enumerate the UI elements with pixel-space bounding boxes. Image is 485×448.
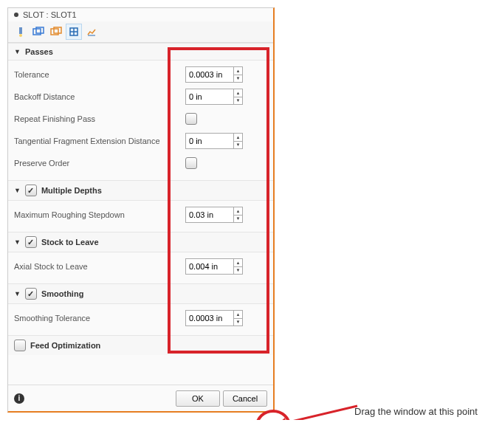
section-head-passes[interactable]: ▼ Passes	[8, 43, 273, 61]
toolbar-btn-1[interactable]	[13, 24, 29, 40]
spin-up-icon[interactable]: ▲	[234, 89, 242, 97]
axial-stock-input[interactable]: ▲▼	[185, 258, 243, 275]
annotation-arrow-icon	[269, 403, 365, 420]
title-text: SLOT : SLOT1	[23, 10, 77, 19]
section-title: Stock to Leave	[41, 238, 99, 247]
spin-down-icon[interactable]: ▼	[234, 75, 242, 83]
tolerance-input[interactable]: ▲▼	[185, 66, 243, 83]
svg-point-1	[19, 34, 22, 37]
smoothing-tolerance-input[interactable]: ▲▼	[185, 310, 243, 326]
svg-rect-0	[19, 27, 22, 34]
spin-up-icon[interactable]: ▲	[234, 259, 242, 267]
spin-up-icon[interactable]: ▲	[234, 311, 242, 319]
ok-button[interactable]: OK	[176, 390, 220, 407]
feed-opt-checkbox[interactable]	[14, 340, 26, 351]
collapse-icon: ▼	[14, 48, 21, 55]
preserve-order-label: Preserve Order	[14, 159, 185, 168]
spin-down-icon[interactable]: ▼	[234, 216, 242, 223]
info-icon[interactable]: i	[14, 393, 24, 404]
axial-stock-field[interactable]	[186, 259, 233, 274]
stock-checkbox[interactable]	[25, 236, 37, 248]
section-title: Feed Optimization	[30, 341, 100, 350]
backoff-input[interactable]: ▲▼	[185, 89, 243, 105]
collapse-icon: ▼	[14, 187, 21, 194]
annotation-text: Drag the window at this point to enlarge…	[354, 406, 480, 420]
spin-down-icon[interactable]: ▼	[234, 142, 242, 149]
tolerance-label: Tolerance	[14, 70, 185, 79]
toolbar-btn-2[interactable]	[30, 24, 47, 40]
section-title: Smoothing	[41, 289, 83, 298]
toolbar-btn-3[interactable]	[48, 24, 64, 40]
backoff-label: Backoff Distance	[14, 92, 185, 101]
tolerance-field[interactable]	[186, 67, 233, 82]
spin-up-icon[interactable]: ▲	[234, 207, 242, 216]
axial-stock-label: Axial Stock to Leave	[14, 262, 185, 271]
title-bar: SLOT : SLOT1	[8, 8, 273, 21]
section-head-feed-opt[interactable]: Feed Optimization	[8, 335, 273, 355]
spin-down-icon[interactable]: ▼	[234, 267, 242, 275]
svg-rect-2	[33, 29, 41, 35]
spin-up-icon[interactable]: ▲	[234, 134, 242, 142]
tangential-field[interactable]	[186, 134, 233, 148]
preserve-order-checkbox[interactable]	[185, 157, 197, 169]
backoff-field[interactable]	[186, 89, 233, 104]
repeat-finishing-label: Repeat Finishing Pass	[14, 114, 185, 123]
tangential-label: Tangential Fragment Extension Distance	[14, 137, 185, 145]
svg-line-10	[276, 406, 357, 420]
max-roughing-input[interactable]: ▲▼	[185, 207, 243, 223]
svg-marker-11	[276, 418, 287, 420]
cancel-button[interactable]: Cancel	[223, 390, 267, 407]
section-head-multiple-depths[interactable]: ▼ Multiple Depths	[8, 180, 273, 201]
smoothing-tolerance-field[interactable]	[186, 311, 233, 325]
toolbar-btn-5[interactable]	[83, 24, 100, 40]
svg-rect-3	[36, 27, 44, 33]
spin-down-icon[interactable]: ▼	[234, 97, 242, 105]
section-head-stock[interactable]: ▼ Stock to Leave	[8, 232, 273, 252]
footer: i OK Cancel	[8, 385, 273, 411]
tangential-input[interactable]: ▲▼	[185, 133, 243, 149]
section-head-smoothing[interactable]: ▼ Smoothing	[8, 283, 273, 304]
toolbar	[8, 21, 273, 43]
smoothing-tolerance-label: Smoothing Tolerance	[14, 314, 185, 323]
toolbar-btn-4-active[interactable]	[66, 24, 82, 40]
title-dot-icon	[14, 13, 18, 17]
spin-down-icon[interactable]: ▼	[234, 319, 242, 326]
repeat-finishing-checkbox[interactable]	[185, 113, 197, 125]
properties-panel: SLOT : SLOT1 ▼ Passes Tolerance ▲▼ Backo…	[7, 7, 275, 413]
svg-rect-5	[54, 27, 61, 33]
svg-rect-4	[51, 29, 58, 35]
collapse-icon: ▼	[14, 238, 21, 246]
smoothing-checkbox[interactable]	[25, 288, 37, 300]
multiple-depths-checkbox[interactable]	[25, 185, 37, 196]
section-title: Multiple Depths	[41, 186, 102, 195]
max-roughing-label: Maximum Roughing Stepdown	[14, 210, 185, 219]
max-roughing-field[interactable]	[186, 207, 233, 222]
section-title: Passes	[25, 47, 53, 56]
spin-up-icon[interactable]: ▲	[234, 67, 242, 75]
collapse-icon: ▼	[14, 290, 21, 297]
